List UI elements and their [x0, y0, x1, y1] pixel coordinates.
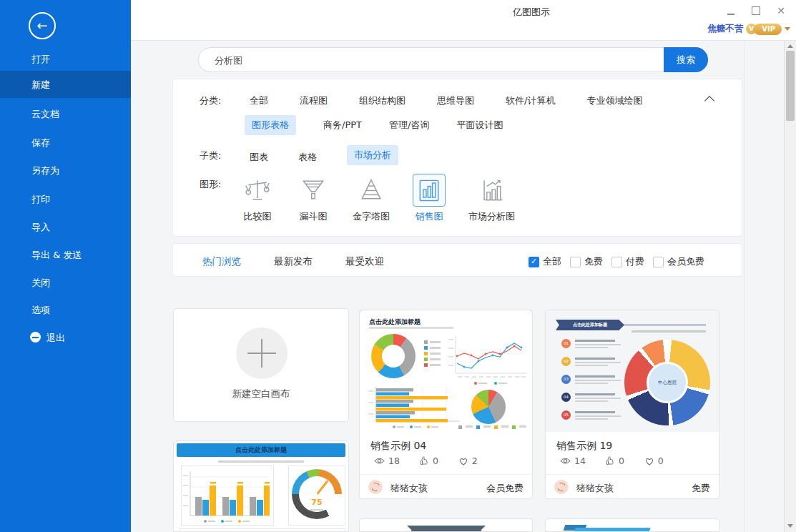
subcategory-chart[interactable]: 图表 [250, 147, 268, 164]
sidebar-item-print[interactable]: 打印 [31, 193, 50, 206]
category-software[interactable]: 软件/计算机 [506, 94, 555, 107]
scroll-down-icon[interactable] [787, 524, 793, 528]
shape-market[interactable]: 市场分析图 [468, 174, 515, 223]
filter-member-free[interactable]: 会员免费 [653, 255, 704, 268]
search-input[interactable] [213, 48, 645, 73]
scroll-up-icon[interactable] [787, 44, 793, 48]
tab-newest[interactable]: 最新发布 [274, 255, 313, 268]
sidebar: ← 打开 新建 云文档 保存 另存为 打印 导入 导出 & 发送 关闭 选项 退… [0, 0, 131, 532]
sidebar-item-new[interactable]: 新建 [31, 79, 50, 92]
checkbox-icon[interactable] [570, 257, 581, 267]
back-icon[interactable]: ← [29, 12, 56, 39]
preview-note [632, 330, 706, 332]
subcategory-table[interactable]: 表格 [298, 147, 317, 164]
chevron-down-icon[interactable] [785, 27, 790, 31]
preview-title: 点击此处添加标题 [369, 317, 421, 327]
category-flow[interactable]: 流程图 [300, 94, 328, 107]
template-preview: 点击此处添加标题 01 02 03 [546, 310, 719, 432]
sidebar-item-options[interactable]: 选项 [31, 304, 50, 317]
filter-free-label: 免费 [584, 255, 603, 268]
tab-popular[interactable]: 最受欢迎 [345, 255, 384, 268]
preview-banner: 点击此处添加标题 [177, 443, 345, 457]
scrollbar-thumb[interactable] [786, 51, 795, 121]
favorites-stat[interactable]: 0 [644, 455, 664, 466]
preview-flag [573, 528, 650, 532]
category-mindmap[interactable]: 思维导图 [437, 94, 474, 107]
template-card-partial-right[interactable] [545, 518, 719, 532]
template-card-partial-left[interactable]: 点击此处添加标题 75 [173, 440, 349, 532]
title-bar: 亿图图示 ✕ 焦糖不苦 V VIP [131, 0, 796, 41]
checkbox-checked-icon[interactable] [529, 257, 539, 267]
collapse-chevron-icon[interactable] [704, 96, 714, 106]
shape-compare[interactable]: 比较图 [241, 174, 274, 223]
shapes-label: 图形: [200, 178, 221, 191]
window-title: 亿图图示 [492, 6, 571, 19]
sidebar-item-cloud[interactable]: 云文档 [31, 108, 59, 121]
template-card-sale04[interactable]: 点击此处添加标题 [359, 310, 533, 499]
badge-01: 01 [561, 339, 571, 348]
banner-rule [623, 325, 706, 326]
preview-segment-donut: 中心思想 [624, 340, 710, 425]
favorites-count: 0 [658, 455, 664, 466]
template-card-sale19[interactable]: 点击此处添加标题 01 02 03 [545, 310, 719, 499]
category-design[interactable]: 平面设计图 [456, 119, 503, 132]
scrollbar[interactable] [784, 41, 796, 532]
template-card-partial-mid[interactable] [359, 518, 533, 532]
sidebar-item-saveas[interactable]: 另存为 [31, 164, 59, 177]
avatar [368, 480, 383, 494]
shape-funnel[interactable]: 漏斗图 [297, 174, 330, 223]
template-title: 销售示例 19 [556, 440, 612, 453]
sidebar-item-close[interactable]: 关闭 [31, 277, 50, 290]
user-account[interactable]: 焦糖不苦 V VIP [707, 23, 790, 35]
category-business[interactable]: 商务/PPT [323, 119, 362, 132]
eye-icon [374, 457, 385, 465]
category-label: 分类: [200, 94, 221, 107]
category-row2: 图形表格 商务/PPT 管理/咨询 平面设计图 [245, 115, 503, 135]
favorites-stat[interactable]: 2 [458, 455, 478, 466]
sidebar-item-export[interactable]: 导出 & 发送 [31, 249, 82, 262]
shape-sales-label: 销售图 [416, 210, 443, 223]
shape-compare-label: 比较图 [244, 210, 272, 223]
filter-paid[interactable]: 付费 [611, 255, 644, 268]
category-manage[interactable]: 管理/咨询 [389, 119, 429, 132]
search-button[interactable]: 搜索 [664, 47, 708, 72]
filter-panel: 分类: 全部 流程图 组织结构图 思维导图 软件/计算机 专业领域绘图 图形表格… [172, 79, 742, 237]
blank-canvas-card[interactable]: 新建空白画布 [173, 308, 349, 422]
checkbox-icon[interactable] [653, 257, 664, 267]
sidebar-item-save[interactable]: 保存 [31, 137, 50, 149]
tab-hot[interactable]: 热门浏览 [202, 255, 241, 268]
shape-sales[interactable]: 销售图 [413, 174, 446, 223]
author-name[interactable]: 猪猪女孩 [576, 482, 614, 495]
preview-grouped-bar-chart [181, 466, 274, 526]
preview-line-chart [180, 528, 345, 532]
sidebar-item-import[interactable]: 导入 [31, 221, 50, 234]
checkbox-icon[interactable] [611, 257, 622, 267]
sidebar-item-quit[interactable]: 退出 [46, 332, 65, 345]
preview-pie-chart [471, 390, 506, 424]
likes-stat[interactable]: 0 [606, 455, 624, 466]
author-name[interactable]: 猪猪女孩 [390, 482, 428, 495]
shape-pyramid[interactable]: 金字塔图 [353, 174, 390, 223]
sidebar-item-open[interactable]: 打开 [31, 53, 50, 66]
filter-all[interactable]: 全部 [529, 255, 561, 268]
maximize-icon[interactable] [747, 4, 765, 17]
category-pro[interactable]: 专业领域绘图 [586, 94, 642, 107]
category-row1: 全部 流程图 组织结构图 思维导图 软件/计算机 专业领域绘图 [250, 94, 642, 107]
likes-stat[interactable]: 0 [420, 455, 438, 466]
filter-free[interactable]: 免费 [570, 255, 603, 268]
close-icon[interactable]: ✕ [772, 4, 790, 17]
category-org[interactable]: 组织结构图 [359, 94, 406, 107]
price-badge: 会员免费 [486, 482, 524, 495]
template-title: 销售示例 04 [370, 440, 426, 453]
preview-gauge-chart: 75 [288, 466, 345, 526]
category-all[interactable]: 全部 [250, 94, 268, 107]
shape-funnel-label: 漏斗图 [300, 210, 328, 223]
category-chart-table[interactable]: 图形表格 [245, 115, 296, 135]
sidebar-active-highlight [0, 71, 131, 98]
subcategory-market[interactable]: 市场分析 [347, 145, 398, 165]
template-preview: 点击此处添加标题 [360, 310, 532, 432]
username: 焦糖不苦 [707, 23, 743, 35]
filter-all-label: 全部 [543, 255, 561, 268]
minimize-icon[interactable] [722, 4, 740, 17]
preview-banner: 点击此处添加标题 [556, 320, 624, 330]
